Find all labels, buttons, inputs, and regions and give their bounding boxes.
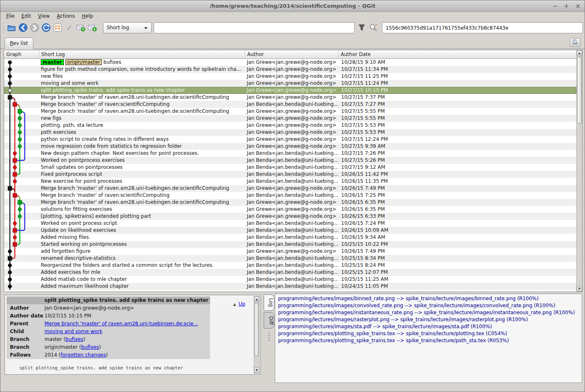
column-header-short-log[interactable]: Short Log — [39, 50, 245, 58]
menu-edit[interactable]: Edit — [19, 12, 35, 21]
details-scroll-up-arrow[interactable]: ▲ — [254, 296, 259, 302]
side-tab-log[interactable]: Log — [264, 294, 274, 311]
commit-row[interactable]: Added matlab code to mle chapterJan Bend… — [4, 276, 576, 283]
commit-row[interactable]: Merge branch 'master' of raven:scientifi… — [4, 101, 576, 108]
details-scroll-down-arrow[interactable]: ▼ — [254, 367, 259, 373]
commit-row[interactable]: New exercise for point processesJan Bend… — [4, 178, 576, 185]
commit-row[interactable]: Update on likelihood exercisesJan Benda<… — [4, 227, 576, 234]
author-date-cell: 10/27/15 5:26 PM — [339, 157, 576, 164]
renamed-file-entry[interactable]: programming/lectures/plotting_spike_trai… — [278, 337, 582, 344]
splitter-handle[interactable] — [269, 332, 270, 342]
commit-row[interactable]: solutions for fitting exercisesJan Grewe… — [4, 206, 576, 213]
magic-wand-button[interactable] — [64, 22, 75, 33]
commit-row[interactable]: split plotting_spike trains. add spike t… — [4, 87, 576, 94]
detail-link[interactable]: bufixes — [66, 336, 83, 342]
close-button[interactable]: × — [575, 3, 580, 9]
commit-row[interactable]: psth exercisesJan Grewe<jan.grewe@g-node… — [4, 129, 576, 136]
commit-row[interactable]: renamed descriptive-statisticsJan Benda<… — [4, 255, 576, 262]
back-button[interactable] — [18, 22, 28, 33]
view-mode-select[interactable]: Short log — [103, 22, 152, 33]
commit-row[interactable]: Merge branch 'master' of raven.am28.uni-… — [4, 185, 576, 192]
detail-link[interactable]: forgotten changes — [61, 352, 106, 358]
renamed-file-entry[interactable]: programming/lectures/images/binned_rate.… — [278, 295, 582, 302]
graph-cell — [4, 164, 39, 171]
rev-table-header: GraphShort LogAuthorAuthor Date — [4, 50, 576, 59]
detail-link[interactable]: bufixes — [81, 344, 99, 350]
lane-height-button[interactable] — [570, 38, 580, 47]
commit-row[interactable]: Fixed pointprocess scriptJan Benda<jan.b… — [4, 171, 576, 178]
menu-file[interactable]: File — [4, 12, 19, 21]
open-folder-button[interactable] — [6, 22, 17, 33]
search-icon — [368, 22, 379, 33]
author-date-cell: 10/27/15 5:53 PM — [339, 129, 576, 136]
commit-row[interactable]: add forgotten figureJan Grewe<jan.grewe@… — [4, 248, 576, 255]
commit-row[interactable]: python script to create firing rates in … — [4, 136, 576, 143]
column-header-graph[interactable]: Graph — [4, 50, 39, 58]
commit-row[interactable]: Merge branch 'master' of raven.am28.uni-… — [4, 108, 576, 115]
maximize-button[interactable]: + — [564, 3, 569, 9]
commit-row[interactable]: Small updates on pointprocessesJan Benda… — [4, 164, 576, 171]
commit-row[interactable]: new figsJan Grewe<jan.grewe@g-node.org>1… — [4, 115, 576, 122]
column-header-author-date[interactable]: Author Date — [339, 50, 576, 58]
graph-cell — [4, 185, 39, 192]
side-tab-diff[interactable]: Diff — [264, 312, 274, 329]
up-link[interactable]: Up — [239, 301, 245, 307]
author-date-cell: 10/25/15 8:24 PM — [339, 262, 576, 269]
commit-row[interactable]: new filesJan Grewe<jan.grewe@g-node.org>… — [4, 73, 576, 80]
commit-row[interactable]: Worked on point process scriptJan Benda<… — [4, 220, 576, 227]
scroll-down-arrow[interactable]: ▼ — [577, 286, 582, 292]
short-log-cell: split plotting_spike trains. add spike t… — [39, 87, 245, 94]
column-header-author[interactable]: Author — [245, 50, 339, 58]
commit-row[interactable]: move regression code from statistics to … — [4, 143, 576, 150]
forward-button[interactable] — [29, 22, 40, 33]
commit-row[interactable]: moving and some workJan Grewe<jan.grewe@… — [4, 80, 576, 87]
detail-link[interactable]: Merge branch 'master' of raven.am28.uni-… — [44, 321, 198, 327]
details-scrollbar-thumb[interactable] — [255, 303, 259, 356]
filter-input[interactable] — [154, 22, 355, 33]
author-cell: Jan Grewe<jan.grewe@g-node.org> — [245, 94, 339, 101]
detail-link[interactable]: moving and some work — [44, 329, 102, 334]
menu-view[interactable]: View — [35, 12, 54, 21]
commit-row[interactable]: Reorganized the folders and started a co… — [4, 262, 576, 269]
renamed-file-entry[interactable]: programming/lectures/images/instantaneou… — [278, 309, 582, 316]
author-date-cell: 10/26/15 7:49 PM — [339, 185, 576, 192]
commit-row[interactable]: Worked on pointprocess exercisesJan Bend… — [4, 157, 576, 164]
commit-row[interactable]: plotting, psth, sta lectureJan Grewe<jan… — [4, 122, 576, 129]
commit-row[interactable]: Merge branch 'master' of raven.am28.uni-… — [4, 199, 576, 206]
commit-row[interactable]: New design pattern chapter. Next exercis… — [4, 150, 576, 157]
view-list-button[interactable] — [52, 22, 63, 33]
commit-row[interactable]: [plotting, spiketrains] extended plottin… — [4, 213, 576, 220]
detail-label: Parent — [7, 320, 44, 328]
renamed-file-entry[interactable]: programming/lectures/plotting_spike_trai… — [278, 330, 582, 337]
renamed-file-entry[interactable]: programming/lectures/images/sta.pdf --> … — [278, 323, 582, 330]
commit-row[interactable]: Added maximum likelihood chapterJan Bend… — [4, 283, 576, 290]
apply-patch-button[interactable] — [87, 22, 98, 33]
menu-actions[interactable]: Actions — [54, 12, 80, 21]
refresh-button[interactable] — [41, 22, 51, 33]
scrollbar-thumb[interactable] — [577, 57, 582, 124]
renamed-file-entry[interactable]: programming/lectures/images/convolved_ra… — [278, 302, 582, 309]
short-log-cell: Small updates on pointprocesses — [39, 164, 245, 171]
scroll-up-arrow[interactable]: ▲ — [577, 50, 582, 56]
toolbar-handle[interactable] — [3, 23, 4, 33]
commit-row[interactable]: Added missing files.Jan Benda<jan.benda@… — [4, 234, 576, 241]
sha-input[interactable] — [382, 22, 583, 33]
commit-row[interactable]: Added exercises for mleJan Benda<jan.ben… — [4, 269, 576, 276]
save-patch-button[interactable] — [75, 22, 86, 33]
author-date-cell: 10/26/15 6:35 PM — [339, 199, 576, 206]
commit-row[interactable]: Merge branch 'master' of raven.am28.uni-… — [4, 94, 576, 101]
commit-row[interactable]: Merge branch 'master' of raven:scientifi… — [4, 192, 576, 199]
commit-row[interactable]: masterorigin/masterbufixesJan Grewe<jan.… — [4, 59, 576, 66]
author-date-cell: 10/26/15 6:35 PM — [339, 206, 576, 213]
renamed-file-entry[interactable]: programming/lectures/images/rasterplot.p… — [278, 316, 582, 323]
filter-tree-button[interactable] — [356, 22, 367, 33]
tab-rev-list[interactable]: Rev list — [5, 37, 33, 49]
highlight-search-button[interactable] — [368, 22, 379, 33]
minimize-button[interactable]: − — [552, 3, 558, 9]
menu-help[interactable]: Help — [80, 12, 98, 21]
detail-row: AuthorJan Grewe<jan.grewe@g-node.org> — [7, 304, 210, 312]
commit-row[interactable]: figure for psth method comparsion, some … — [4, 66, 576, 73]
author-cell: Jan Benda<jan.benda@uni-tuebing... — [245, 255, 339, 262]
author-date-cell: 10/27/15 9:39 AM — [339, 143, 576, 150]
commit-row[interactable]: Started working on pointprocessesJan Ben… — [4, 241, 576, 248]
